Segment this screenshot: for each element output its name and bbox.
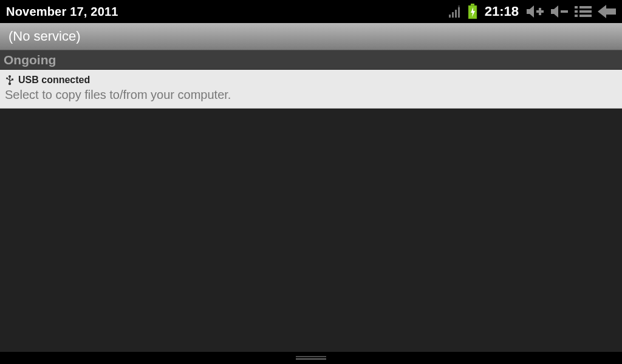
notification-usb[interactable]: USB connected Select to copy files to/fr… [0,70,622,109]
svg-rect-2 [455,10,457,18]
svg-marker-11 [551,5,558,18]
service-text: (No service) [9,29,81,44]
status-time: 21:18 [485,4,519,19]
svg-rect-17 [575,15,578,17]
status-date: November 17, 2011 [6,5,118,19]
status-right-cluster: x 21:18 [448,4,616,19]
svg-point-22 [9,83,11,85]
signal-icon: x [448,5,462,18]
svg-rect-14 [579,6,592,8]
svg-rect-3 [458,7,460,18]
volume-up-icon[interactable] [526,4,544,19]
svg-rect-15 [575,10,578,13]
bottom-bar[interactable] [0,352,622,364]
svg-rect-13 [575,6,578,8]
svg-rect-5 [471,4,474,5]
back-icon[interactable] [598,4,616,19]
svg-rect-0 [449,15,451,18]
svg-text:x: x [457,5,460,8]
drag-handle-icon[interactable] [296,356,326,360]
battery-charging-icon [468,4,477,19]
service-banner: (No service) [0,23,622,50]
svg-marker-19 [598,5,616,18]
svg-marker-8 [527,5,534,18]
svg-rect-12 [561,10,568,13]
notification-subtitle: Select to copy files to/from your comput… [5,88,617,102]
svg-rect-18 [579,15,592,17]
empty-area [0,109,622,352]
svg-rect-10 [539,8,541,15]
notification-top-row: USB connected [5,75,617,86]
svg-rect-24 [12,79,13,81]
status-bar: November 17, 2011 x 21:18 [0,0,622,23]
svg-rect-1 [452,12,454,18]
section-ongoing: Ongoing [0,50,622,70]
svg-point-23 [6,78,8,79]
svg-rect-16 [579,10,592,13]
volume-down-icon[interactable] [550,4,569,19]
menu-icon[interactable] [575,4,592,19]
section-ongoing-label: Ongoing [4,53,56,67]
usb-icon [5,75,15,86]
notification-title: USB connected [18,75,90,86]
